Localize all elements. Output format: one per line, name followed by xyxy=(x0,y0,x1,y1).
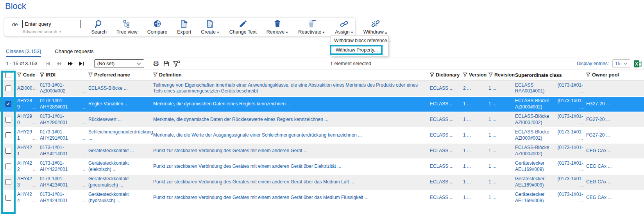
withdraw-button[interactable]: Withdraw▲ xyxy=(363,19,388,35)
table-row[interactable]: AHY291... 0173-1#01-AHY291#001... Schlei… xyxy=(0,128,644,143)
table-row[interactable]: AHY290... 0173-1#01-AHY290#001... Rückle… xyxy=(0,112,644,128)
row-checkbox[interactable] xyxy=(5,85,11,91)
filter-icon[interactable] xyxy=(463,73,467,78)
truncation-ellipsis: ... xyxy=(33,167,37,172)
dropdown-arrow-icon: ▼ xyxy=(351,31,354,34)
assign-button[interactable]: Assign▼ xyxy=(335,19,353,35)
preferred-name-link[interactable]: Rücklesewert ... xyxy=(88,117,122,122)
create-button[interactable]: Create▼ xyxy=(201,19,219,35)
truncation-ellipsis: ... xyxy=(33,85,37,91)
set-select[interactable]: (No set) xyxy=(94,59,144,68)
search-button[interactable]: Search xyxy=(91,19,107,35)
filter-icon[interactable] xyxy=(40,73,44,78)
table-row[interactable]: AHY423... 0173-1#01-AHY423#001... Geräte… xyxy=(0,174,644,190)
next-page-button[interactable] xyxy=(68,61,73,66)
truncation-ellipsis: ... xyxy=(33,198,37,204)
truncation-ellipsis: ... xyxy=(33,151,37,157)
search-input[interactable] xyxy=(22,20,81,28)
filter-icon[interactable] xyxy=(488,73,493,78)
truncation-ellipsis: ... xyxy=(81,198,85,204)
truncation-ellipsis: ... xyxy=(555,135,583,141)
save-view-icon[interactable] xyxy=(163,61,169,67)
dropdown-arrow-icon: ▼ xyxy=(322,31,325,34)
pagination-range: 1 - 15 of 3.153 xyxy=(6,61,38,66)
truncation-ellipsis: ... xyxy=(81,104,85,110)
row-checkbox[interactable] xyxy=(5,179,11,185)
filter-icon[interactable] xyxy=(88,73,93,78)
toolbar: de Advanced search ▼ Search Tree view xyxy=(4,17,356,37)
row-checkbox[interactable] xyxy=(5,195,11,201)
row-checkbox[interactable] xyxy=(5,132,11,138)
preferred-name-link[interactable]: Gerätesteckkontakt (hydraulisch) ... xyxy=(88,192,129,203)
settings-gear-icon[interactable]: ⚙ xyxy=(153,60,159,68)
app-window: Block de Advanced search ▼ Search Tree v… xyxy=(0,0,644,215)
preferred-name-link[interactable]: Schleichmengenunterdrückung ... xyxy=(88,129,153,140)
language-label: de xyxy=(12,21,18,27)
broken-chain-icon xyxy=(371,19,380,28)
preferred-name-link[interactable]: Gerätesteckkontakt (pneumatisch) ... xyxy=(88,176,129,187)
tab-classes[interactable]: Classes [3.153] xyxy=(6,48,41,57)
pager xyxy=(45,61,84,66)
truncation-ellipsis: ... xyxy=(555,151,583,157)
selection-status: 1 element selected xyxy=(330,61,371,66)
truncation-ellipsis: ... xyxy=(555,182,583,188)
row-checkbox[interactable] xyxy=(5,148,11,154)
table-row[interactable]: AHY422... 0173-1#01-AHY422#001... Geräte… xyxy=(0,159,644,174)
select-all-checkbox[interactable] xyxy=(5,72,11,78)
chevron-down-icon: ▼ xyxy=(59,30,62,34)
table-body: AZI000... 0173-1#01-AZI000#002... ECLASS… xyxy=(0,81,644,206)
filter-icon[interactable] xyxy=(586,73,590,78)
advanced-search-toggle[interactable]: Advanced search ▼ xyxy=(22,29,81,34)
change-text-button[interactable]: Change Text xyxy=(229,19,257,35)
preferred-name-link[interactable]: Gerätesteckkontakt (elektrisch) ... xyxy=(88,160,129,172)
page-title: Block xyxy=(5,1,26,11)
truncation-ellipsis: ... xyxy=(33,104,37,110)
chain-link-icon xyxy=(340,19,349,28)
preferred-name-link[interactable]: ECLASS-Blöcke ... xyxy=(88,85,128,91)
header-row: Code IRDI Preferred name Definition Dict… xyxy=(0,70,644,81)
tab-change-requests[interactable]: Change requests xyxy=(55,48,94,57)
results-table: Code IRDI Preferred name Definition Dict… xyxy=(0,70,644,206)
previous-page-button[interactable] xyxy=(56,61,62,66)
table-row[interactable]: AHY289... 0173-1#01-AHY289#001... Regler… xyxy=(0,96,644,112)
search-icon xyxy=(95,19,104,28)
highlight-box: Withdraw Property... xyxy=(330,45,383,55)
create-icon xyxy=(206,19,215,28)
svg-text:X: X xyxy=(635,61,638,67)
preferred-name-link[interactable]: Gerätesteckkontakt ... xyxy=(88,148,134,153)
display-entries-select[interactable]: 15 xyxy=(612,59,630,68)
filter-icon[interactable] xyxy=(430,73,434,78)
menu-item-withdraw-block-reference[interactable]: Withdraw block reference... xyxy=(331,37,388,44)
remove-button[interactable]: Remove▼ xyxy=(267,19,288,35)
chevron-down-icon xyxy=(137,62,141,65)
filter-icon[interactable] xyxy=(153,73,157,78)
excel-export-icon[interactable]: X xyxy=(634,60,642,68)
export-button[interactable]: Export xyxy=(177,19,191,35)
truncation-ellipsis: ... xyxy=(555,198,583,204)
truncation-ellipsis: ... xyxy=(81,88,85,94)
reactivate-button[interactable]: Reactivate▼ xyxy=(298,19,325,35)
truncation-ellipsis: ... xyxy=(81,182,85,188)
compare-icon xyxy=(153,19,162,28)
filter-icon[interactable] xyxy=(17,73,21,78)
first-page-button[interactable] xyxy=(45,61,50,66)
tree-view-button[interactable]: Tree view xyxy=(116,19,138,35)
dropdown-arrow-icon: ▼ xyxy=(285,31,288,34)
filter-settings-icon[interactable] xyxy=(173,60,180,67)
last-page-button[interactable] xyxy=(79,61,84,66)
preferred-name-link[interactable]: Regler-Variablen ... xyxy=(88,101,129,107)
compare-button[interactable]: Compare xyxy=(147,19,167,35)
truncation-ellipsis: ... xyxy=(555,167,583,172)
export-icon xyxy=(180,19,189,28)
tab-bar: Classes [3.153] Change requests xyxy=(0,46,644,57)
row-checkbox[interactable] xyxy=(5,117,11,123)
withdraw-menu: Withdraw block reference... Withdraw Pro… xyxy=(331,36,388,56)
row-checkbox[interactable] xyxy=(5,101,11,107)
table-row[interactable]: AHY424... 0173-1#01-AHY424#001... Geräte… xyxy=(0,190,644,206)
table-row[interactable]: AHY421... 0173-1#01-AHY421#001... Geräte… xyxy=(0,143,644,159)
truncation-ellipsis: ... xyxy=(555,120,583,126)
truncation-ellipsis: ... xyxy=(81,151,85,157)
row-checkbox[interactable] xyxy=(5,163,11,169)
table-row[interactable]: AZI000... 0173-1#01-AZI000#002... ECLASS… xyxy=(0,81,644,96)
menu-item-withdraw-property[interactable]: Withdraw Property... xyxy=(331,46,381,53)
